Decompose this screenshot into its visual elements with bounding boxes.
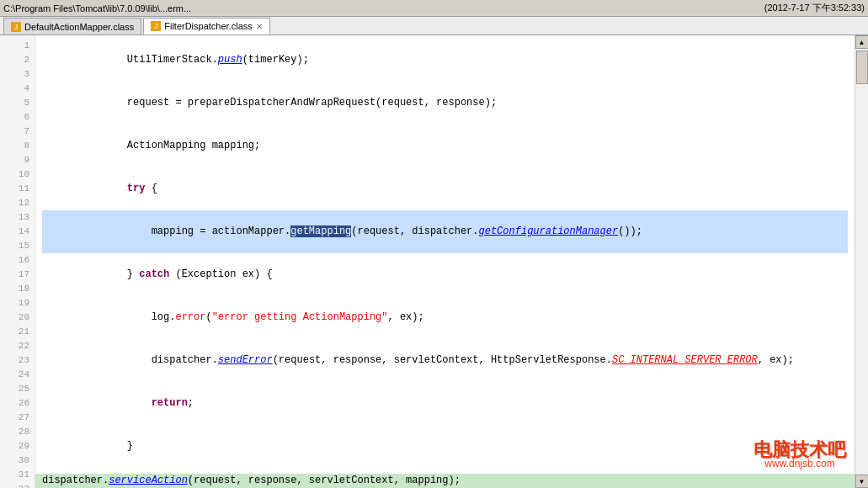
scroll-up-button[interactable]: ▲ [855, 35, 869, 49]
line-num: 1 [3, 39, 29, 53]
line-num: 11 [3, 182, 29, 196]
line-num: 14 [3, 225, 29, 239]
line-num: 7 [3, 125, 29, 139]
code-line-7: log.error("error getting ActionMapping",… [42, 296, 848, 339]
line-num: 2 [3, 53, 29, 67]
line-num: 26 [3, 396, 29, 411]
code-line-1: UtilTimerStack.push(timerKey); [42, 39, 848, 82]
line-num: 29 [3, 439, 29, 454]
line-num: 28 [3, 425, 29, 439]
line-num: 12 [3, 196, 29, 210]
tab-close-button[interactable]: ✕ [256, 22, 263, 31]
code-editor[interactable]: UtilTimerStack.push(timerKey); request =… [35, 35, 855, 488]
line-num: 3 [3, 67, 29, 82]
line-num: 21 [3, 325, 29, 339]
code-line-8: dispatcher.sendError(request, response, … [42, 339, 848, 382]
line-num: 25 [3, 382, 29, 396]
line-num: 27 [3, 411, 29, 425]
code-line-10: } [42, 425, 848, 468]
tab-defaultactionmapper[interactable]: J DefaultActionMapper.class [3, 18, 141, 34]
line-num: 16 [3, 253, 29, 268]
code-line-6: } catch (Exception ex) { [42, 253, 848, 296]
tab-icon-2: J [151, 21, 161, 31]
code-line-3: ActionMapping mapping; [42, 125, 848, 167]
line-num: 22 [3, 339, 29, 353]
tab-label-2: FilterDispatcher.class [164, 21, 253, 31]
bottom-code-text: dispatcher. [42, 475, 109, 486]
scroll-down-button[interactable]: ▼ [855, 475, 869, 488]
line-num: 15 [3, 239, 29, 253]
title-bar: C:\Program Files\Tomcat\lib\7.0.09\lib\.… [0, 0, 868, 17]
code-line-9: return; [42, 382, 848, 425]
vertical-scrollbar[interactable]: ▲ ▼ [855, 35, 868, 488]
line-num: 32 [3, 482, 29, 488]
line-num: 9 [3, 153, 29, 167]
editor-area: 1 2 3 4 5 6 7 8 9 10 11 12 13 14 15 16 1… [0, 35, 868, 488]
code-line-5: mapping = actionMapper.getMapping(reques… [42, 210, 848, 253]
line-num: 31 [3, 468, 29, 482]
scroll-thumb[interactable] [856, 50, 868, 84]
code-line-4: try { [42, 167, 848, 210]
line-num: 20 [3, 310, 29, 325]
title-text: C:\Program Files\Tomcat\lib\7.0.09\lib\.… [3, 3, 191, 13]
line-num: 13 [3, 210, 29, 225]
line-numbers: 1 2 3 4 5 6 7 8 9 10 11 12 13 14 15 16 1… [0, 35, 35, 488]
tab-filterdispatcher[interactable]: J FilterDispatcher.class ✕ [143, 18, 270, 34]
line-num: 6 [3, 110, 29, 125]
code-line-2: request = prepareDispatcherAndWrapReques… [42, 82, 848, 125]
line-num: 19 [3, 296, 29, 310]
line-num: 4 [3, 82, 29, 96]
line-num: 5 [3, 96, 29, 110]
tab-label-1: DefaultActionMapper.class [24, 22, 134, 32]
line-num: 10 [3, 167, 29, 182]
line-num: 8 [3, 139, 29, 153]
line-num: 30 [3, 454, 29, 468]
line-num: 17 [3, 268, 29, 282]
bottom-args: (request, response, servletContext, mapp… [188, 475, 461, 486]
tab-icon-1: J [11, 22, 21, 32]
line-num: 18 [3, 282, 29, 296]
bottom-status-bar: dispatcher.serviceAction(request, respon… [35, 474, 855, 488]
tab-bar: J DefaultActionMapper.class J FilterDisp… [0, 17, 868, 35]
bottom-method: serviceAction [109, 475, 188, 486]
title-datetime: (2012-7-17 下午3:52:33) [764, 2, 865, 14]
line-num: 24 [3, 368, 29, 382]
line-num: 23 [3, 353, 29, 368]
